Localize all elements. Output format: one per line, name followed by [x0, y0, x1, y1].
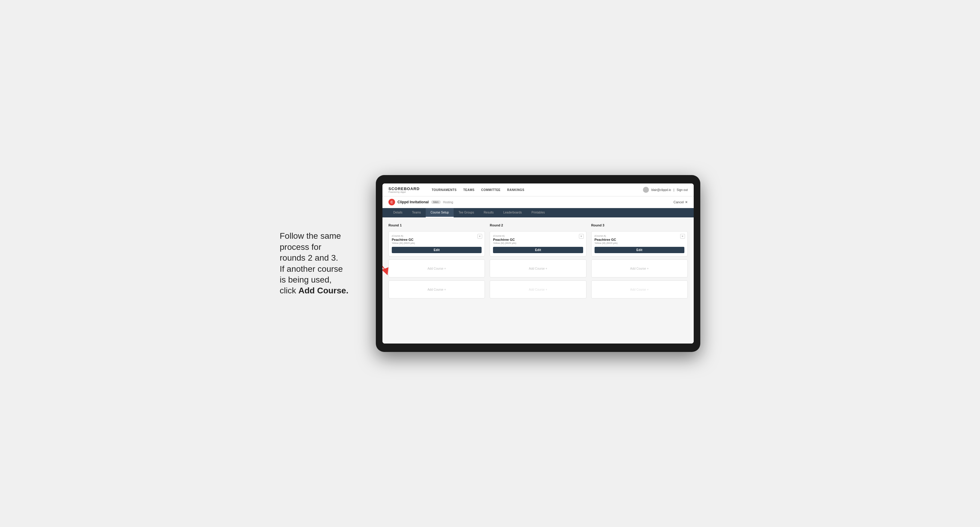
logo-subtitle: Powered by clippd: [388, 191, 420, 193]
main-content: Round 1 ✕ (Course A) Peachtree GC Yellow…: [382, 217, 694, 343]
clippd-logo-icon: C: [388, 199, 395, 205]
tab-bar: Details Teams Course Setup Tee Groups Re…: [382, 208, 694, 217]
round-3-delete-icon[interactable]: ✕: [680, 234, 685, 239]
tab-printables[interactable]: Printables: [527, 208, 549, 217]
rounds-grid: Round 1 ✕ (Course A) Peachtree GC Yellow…: [388, 224, 688, 298]
tab-results[interactable]: Results: [479, 208, 498, 217]
tablet-frame: SCOREBOARD Powered by clippd TOURNAMENTS…: [376, 175, 700, 352]
tournament-info: C Clippd Invitational Men Hosting: [388, 199, 453, 205]
user-avatar: [643, 187, 649, 193]
round-2-column: Round 2 ✕ (Course A) Peachtree GC Yellow…: [490, 224, 586, 298]
page-wrapper: Follow the same process for rounds 2 and…: [280, 175, 700, 352]
round-1-course-label: (Course A): [392, 235, 482, 237]
round-2-course-label: (Course A): [493, 235, 583, 237]
round-1-delete-icon[interactable]: ✕: [477, 234, 482, 239]
round-2-course-details: Yellow (M) (6629 yds): [493, 242, 583, 244]
tab-tee-groups[interactable]: Tee Groups: [453, 208, 479, 217]
round-3-course-card: ✕ (Course A) Peachtree GC Yellow (M) (66…: [591, 231, 688, 256]
tab-details[interactable]: Details: [388, 208, 407, 217]
nav-committee[interactable]: COMMITTEE: [481, 188, 501, 192]
round-1-add-course-2-text: Add Course +: [428, 288, 446, 291]
nav-right: blair@clippd.io | Sign out: [643, 187, 688, 193]
user-email: blair@clippd.io: [651, 188, 671, 192]
nav-links: TOURNAMENTS TEAMS COMMITTEE RANKINGS: [432, 188, 634, 192]
instruction-line1: Follow the same: [280, 231, 341, 241]
round-2-course-card: ✕ (Course A) Peachtree GC Yellow (M) (66…: [490, 231, 586, 256]
round-3-course-name: Peachtree GC: [595, 238, 684, 241]
round-1-edit-button[interactable]: Edit: [392, 247, 482, 253]
tab-teams[interactable]: Teams: [407, 208, 426, 217]
round-1-course-details: Yellow (M) (6629 yds): [392, 242, 482, 244]
sign-out-link[interactable]: Sign out: [676, 188, 688, 192]
round-2-add-course-2: Add Course +: [490, 281, 586, 298]
tablet-screen: SCOREBOARD Powered by clippd TOURNAMENTS…: [382, 184, 694, 343]
sub-header: C Clippd Invitational Men Hosting Cancel…: [382, 196, 694, 208]
nav-divider: |: [674, 188, 675, 192]
round-3-edit-button[interactable]: Edit: [595, 247, 684, 253]
instruction-line3: rounds 2 and 3.: [280, 253, 338, 262]
round-2-add-course-1[interactable]: Add Course +: [490, 259, 586, 278]
instruction-bold: Add Course.: [298, 286, 348, 295]
round-2-add-course-2-text: Add Course +: [529, 288, 547, 291]
round-3-add-course-2: Add Course +: [591, 281, 688, 298]
round-3-add-course-1-text: Add Course +: [630, 267, 649, 270]
cancel-button[interactable]: Cancel ✕: [674, 200, 688, 204]
nav-teams[interactable]: TEAMS: [463, 188, 475, 192]
round-3-title: Round 3: [591, 224, 688, 227]
round-1-column: Round 1 ✕ (Course A) Peachtree GC Yellow…: [388, 224, 485, 298]
tab-course-setup[interactable]: Course Setup: [426, 208, 453, 217]
round-2-edit-button[interactable]: Edit: [493, 247, 583, 253]
round-3-course-label: (Course A): [595, 235, 684, 237]
instruction-line6: click: [280, 286, 298, 295]
instruction-line4: If another course: [280, 264, 343, 273]
cancel-icon: ✕: [685, 200, 688, 204]
instruction-line2: process for: [280, 242, 321, 252]
round-3-column: Round 3 ✕ (Course A) Peachtree GC Yellow…: [591, 224, 688, 298]
cancel-label: Cancel: [674, 200, 684, 204]
instruction-line5: is being used,: [280, 275, 332, 284]
tab-leaderboards[interactable]: Leaderboards: [498, 208, 527, 217]
logo-area: SCOREBOARD Powered by clippd: [388, 186, 420, 193]
logo-title: SCOREBOARD: [388, 186, 420, 191]
round-1-add-course-2[interactable]: Add Course +: [388, 281, 485, 298]
round-1-course-name: Peachtree GC: [392, 238, 482, 241]
nav-tournaments[interactable]: TOURNAMENTS: [432, 188, 457, 192]
round-2-course-name: Peachtree GC: [493, 238, 583, 241]
tournament-name: Clippd Invitational: [398, 200, 429, 204]
round-1-add-course-1-text: Add Course +: [428, 267, 446, 270]
instruction-text: Follow the same process for rounds 2 and…: [280, 231, 364, 296]
hosting-label: Hosting: [443, 201, 453, 204]
round-1-title: Round 1: [388, 224, 485, 227]
round-2-delete-icon[interactable]: ✕: [579, 234, 584, 239]
round-3-add-course-1[interactable]: Add Course +: [591, 259, 688, 278]
round-1-course-card: ✕ (Course A) Peachtree GC Yellow (M) (66…: [388, 231, 485, 256]
round-1-add-course-1[interactable]: Add Course +: [388, 259, 485, 278]
round-2-title: Round 2: [490, 224, 586, 227]
nav-rankings[interactable]: RANKINGS: [507, 188, 524, 192]
tournament-badge: Men: [431, 200, 441, 204]
top-nav: SCOREBOARD Powered by clippd TOURNAMENTS…: [382, 184, 694, 196]
round-3-course-details: Yellow (M) (6629 yds): [595, 242, 684, 244]
round-3-add-course-2-text: Add Course +: [630, 288, 649, 291]
round-2-add-course-1-text: Add Course +: [529, 267, 547, 270]
